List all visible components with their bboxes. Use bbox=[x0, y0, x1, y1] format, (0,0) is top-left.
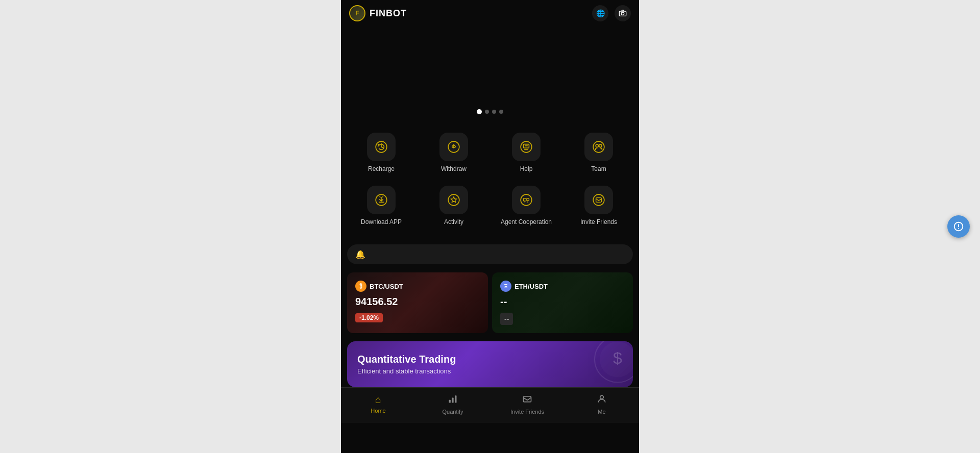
invite-friends-icon bbox=[584, 186, 613, 214]
header-left: F FINBOT bbox=[349, 5, 407, 21]
dot-2 bbox=[485, 110, 489, 114]
quantify-icon bbox=[448, 394, 458, 407]
nav-quantify[interactable]: Quantify bbox=[415, 392, 490, 417]
svg-rect-12 bbox=[524, 198, 526, 200]
quant-banner[interactable]: Quantitative Trading Efficient and stabl… bbox=[347, 341, 633, 387]
bottom-nav: ⌂ Home Quantify Invite Friends bbox=[341, 387, 639, 423]
svg-point-8 bbox=[599, 144, 602, 147]
withdraw-label: Withdraw bbox=[441, 165, 467, 173]
activity-label: Activity bbox=[444, 218, 463, 226]
svg-text:$: $ bbox=[613, 349, 622, 367]
svg-point-7 bbox=[596, 144, 598, 147]
quant-decoration: $ bbox=[556, 341, 633, 387]
invite-nav-label: Invite Friends bbox=[510, 409, 544, 415]
recharge-icon bbox=[367, 133, 396, 161]
btc-value: 94156.52 bbox=[355, 296, 480, 308]
btc-header: ₿ BTC/USDT bbox=[355, 281, 480, 292]
svg-rect-19 bbox=[449, 400, 451, 403]
svg-rect-22 bbox=[524, 396, 531, 402]
menu-item-recharge[interactable]: Recharge bbox=[345, 127, 418, 180]
svg-rect-15 bbox=[596, 197, 602, 202]
support-button[interactable] bbox=[947, 215, 970, 238]
carousel-dots bbox=[477, 109, 503, 114]
menu-item-help[interactable]: Help bbox=[490, 127, 562, 180]
eth-value: -- bbox=[500, 296, 625, 308]
banner-carousel[interactable] bbox=[341, 27, 639, 118]
quantify-label: Quantify bbox=[443, 409, 463, 415]
invite-friends-label: Invite Friends bbox=[580, 218, 617, 226]
svg-rect-20 bbox=[452, 398, 453, 403]
btc-card[interactable]: ₿ BTC/USDT 94156.52 -1.02% bbox=[347, 272, 488, 333]
globe-button[interactable]: 🌐 bbox=[592, 5, 608, 21]
menu-item-team[interactable]: Team bbox=[562, 127, 635, 180]
btc-icon: ₿ bbox=[355, 281, 366, 292]
eth-card[interactable]: Ξ ETH/USDT -- -- bbox=[492, 272, 633, 333]
svg-point-1 bbox=[621, 12, 624, 15]
nav-me[interactable]: Me bbox=[565, 392, 639, 417]
bell-icon: 🔔 bbox=[355, 249, 365, 259]
camera-button[interactable] bbox=[615, 5, 631, 21]
header: F FINBOT 🌐 bbox=[341, 0, 639, 27]
svg-point-10 bbox=[448, 194, 459, 206]
dot-3 bbox=[492, 110, 496, 114]
phone-container: F FINBOT 🌐 bbox=[341, 0, 639, 453]
svg-point-4 bbox=[521, 141, 532, 153]
help-icon bbox=[512, 133, 541, 161]
recharge-label: Recharge bbox=[368, 165, 395, 173]
menu-item-download-app[interactable]: Download APP bbox=[345, 180, 418, 233]
menu-item-agent-cooperation[interactable]: Agent Cooperation bbox=[490, 180, 562, 233]
nav-home[interactable]: ⌂ Home bbox=[341, 392, 415, 417]
notification-bar: 🔔 bbox=[347, 244, 633, 264]
home-label: Home bbox=[371, 408, 385, 414]
menu-item-activity[interactable]: Activity bbox=[418, 180, 490, 233]
activity-icon bbox=[439, 186, 468, 214]
download-app-icon bbox=[367, 186, 396, 214]
menu-grid: Recharge Withdraw Help bbox=[341, 118, 639, 240]
me-icon bbox=[597, 394, 607, 407]
help-label: Help bbox=[520, 165, 533, 173]
invite-nav-icon bbox=[522, 394, 532, 407]
svg-point-23 bbox=[600, 396, 604, 399]
menu-item-withdraw[interactable]: Withdraw bbox=[418, 127, 490, 180]
logo-icon: F bbox=[349, 5, 365, 21]
team-icon bbox=[584, 133, 613, 161]
svg-rect-21 bbox=[455, 396, 456, 403]
nav-invite-friends[interactable]: Invite Friends bbox=[490, 392, 565, 417]
price-cards: ₿ BTC/USDT 94156.52 -1.02% Ξ ETH/USDT --… bbox=[341, 268, 639, 337]
menu-item-invite-friends[interactable]: Invite Friends bbox=[562, 180, 635, 233]
eth-icon: Ξ bbox=[500, 281, 511, 292]
agent-cooperation-label: Agent Cooperation bbox=[501, 218, 552, 226]
dot-4 bbox=[499, 110, 503, 114]
withdraw-icon bbox=[439, 133, 468, 161]
agent-cooperation-icon bbox=[512, 186, 541, 214]
eth-pair: ETH/USDT bbox=[514, 283, 548, 290]
home-icon: ⌂ bbox=[375, 394, 381, 406]
svg-point-6 bbox=[593, 141, 604, 153]
dot-1 bbox=[477, 109, 482, 114]
download-app-label: Download APP bbox=[361, 218, 402, 226]
eth-header: Ξ ETH/USDT bbox=[500, 281, 625, 292]
header-right: 🌐 bbox=[592, 5, 631, 21]
eth-change: -- bbox=[500, 313, 513, 325]
btc-pair: BTC/USDT bbox=[370, 283, 403, 290]
me-label: Me bbox=[598, 409, 605, 415]
btc-change: -1.02% bbox=[355, 313, 383, 322]
svg-point-14 bbox=[593, 194, 604, 206]
app-title: FINBOT bbox=[370, 8, 407, 19]
team-label: Team bbox=[591, 165, 606, 173]
